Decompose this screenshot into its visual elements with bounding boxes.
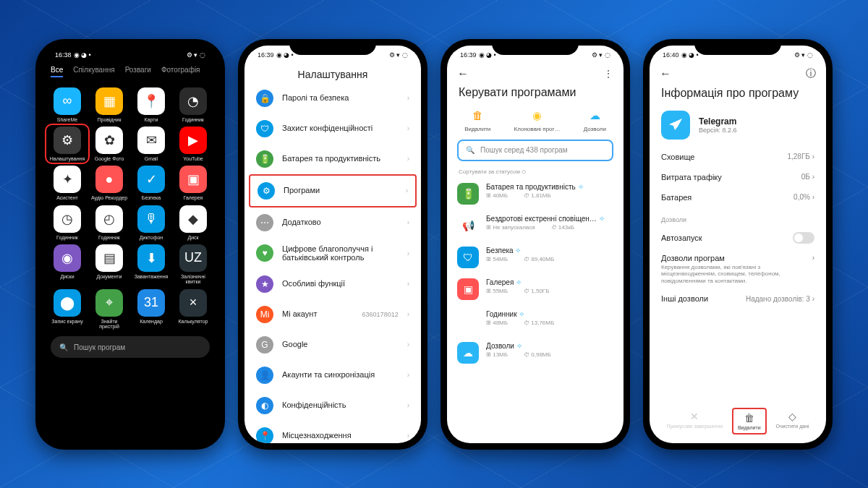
app-галерея[interactable]: ▣Галерея (174, 166, 213, 200)
settings-row[interactable]: ⋯Додатково› (249, 207, 417, 238)
settings-row[interactable]: 🔋Батарея та продуктивність› (249, 144, 417, 174)
bottom-button: ✕Примусове завершення (662, 408, 727, 435)
tab-entertainment[interactable]: Розваги (125, 66, 151, 77)
app-row[interactable]: ☁Дозволи ✧⊞ 13МБ⏱ 0,98МБ (457, 337, 613, 369)
stat-row[interactable]: Батарея0,0% › (650, 187, 826, 207)
app-row[interactable]: 🛡Безпека ✧⊞ 54МБ⏱ 89,40МБ (457, 241, 613, 273)
page-title: Налаштування (244, 63, 421, 83)
bottom-button[interactable]: 🗑Видалити (732, 408, 767, 435)
settings-row[interactable]: 📍Місцезнаходження› (249, 421, 417, 443)
action-Дозволи[interactable]: ☁Дозволи (584, 108, 606, 132)
settings-row[interactable]: ⚙Програми› (249, 174, 417, 207)
app-годинник[interactable]: ◷Годинник (48, 205, 87, 240)
app-залізничні квитки[interactable]: UZЗалізничні квитки (174, 244, 213, 285)
app-google фото[interactable]: ✿Google Фото (90, 127, 129, 161)
app-калькулятор[interactable]: ×Калькулятор (174, 289, 213, 330)
sort-dropdown[interactable]: Сортувати за статусом ◇ (447, 167, 624, 178)
app-permissions-row[interactable]: Дозволи програм Керування дозволами, які… (650, 249, 826, 289)
tab-photo[interactable]: Фотографія (161, 66, 200, 77)
stat-row[interactable]: Сховище1,28ГБ › (650, 147, 826, 167)
page-title: Керувати програмами (447, 85, 624, 105)
search-icon: 🔍 (59, 343, 68, 351)
phone-1-app-drawer: 16:38◉ ◕ • ⚙ ▾ ◌ Все Спілкування Розваги… (35, 39, 225, 450)
app-row[interactable]: 🔋Батарея та продуктивність ✧⊞ 40МБ⏱ 1,81… (457, 178, 613, 210)
category-tabs[interactable]: Все Спілкування Розваги Фотографія (42, 63, 218, 80)
menu-dots[interactable]: ⋮ (603, 68, 613, 80)
autostart-row[interactable]: Автозапуск (650, 226, 826, 249)
settings-row[interactable]: ★Особливі функції› (249, 269, 417, 299)
other-permissions-row[interactable]: Інші дозволи Надано дозволів: 3 › (650, 288, 826, 309)
bottom-button[interactable]: ◇Очистити дані (771, 408, 813, 435)
app-youtube[interactable]: ▶YouTube (174, 127, 213, 161)
app-карти[interactable]: 📍Карти (132, 87, 171, 122)
app-shareme[interactable]: ∞ShareMe (48, 87, 87, 122)
settings-row[interactable]: 👤Акаунти та синхронізація› (249, 360, 417, 390)
tab-all[interactable]: Все (51, 66, 63, 77)
app-безпека[interactable]: ✓Безпека (132, 166, 171, 200)
app-знайти пристрій[interactable]: ⌖Знайти пристрій (90, 289, 129, 330)
app-документи[interactable]: ▤Документи (90, 244, 129, 285)
app-gmail[interactable]: ✉Gmail (132, 127, 171, 161)
search-input[interactable]: 🔍 Пошук програм (51, 336, 210, 358)
app-диск[interactable]: ◆Диск (174, 205, 213, 240)
settings-row[interactable]: 🛡Захист конфіденційності› (249, 114, 417, 144)
phone-3-manage-apps: 16:39◉ ◕ • ⚙ ▾ ◌ ← ⋮ Керувати програмами… (441, 39, 630, 450)
back-button[interactable]: ← (457, 67, 469, 80)
app-row[interactable]: ◷Годинник ✧⊞ 48МБ⏱ 13,76МБ (457, 305, 613, 337)
app-header: Telegram Версія: 8.2.6 (650, 108, 826, 147)
info-icon[interactable]: ⓘ (806, 67, 816, 80)
telegram-icon (661, 111, 690, 140)
app-name: Telegram (699, 116, 736, 127)
permissions-section: Дозволи (650, 207, 826, 226)
chevron-right-icon: › (812, 254, 814, 262)
app-календар[interactable]: 31Календар (132, 289, 171, 330)
tab-communication[interactable]: Спілкування (73, 66, 114, 77)
action-Клоновані прог…[interactable]: ◉Клоновані прог… (514, 108, 561, 132)
page-title: Інформація про програму (650, 85, 826, 108)
app-version: Версія: 8.2.6 (699, 127, 736, 134)
settings-row[interactable]: GGoogle› (249, 330, 417, 360)
settings-row[interactable]: MiМі акаунт6360178012› (249, 299, 417, 330)
app-асистент[interactable]: ✦Асистент (48, 166, 87, 200)
settings-row[interactable]: ◐Конфіденційність› (249, 390, 417, 421)
app-аудіо рекордер[interactable]: ●Аудіо Рекордер (90, 166, 129, 200)
autostart-toggle[interactable] (793, 232, 814, 244)
search-input[interactable]: 🔍 Пошук серед 438 програм (457, 140, 613, 161)
app-годинник[interactable]: ◴Годинник (90, 205, 129, 240)
app-row[interactable]: 📢Бездротові екстренні сповіщен… ✧⊞ Не за… (457, 210, 613, 241)
app-row[interactable]: ▣Галерея ✧⊞ 55МБ⏱ 1,50ГБ (457, 273, 613, 305)
app-диктофон[interactable]: 🎙Диктофон (132, 205, 171, 240)
app-запис екрану[interactable]: ⬤Запис екрану (48, 289, 87, 330)
stat-row[interactable]: Витрата трафіку0Б › (650, 167, 826, 187)
action-Видалити[interactable]: 🗑Видалити (464, 108, 490, 132)
phone-2-settings: 16:39◉ ◕ • ⚙ ▾ ◌ Налаштування 🔒Паролі та… (238, 39, 427, 450)
app-годинник[interactable]: ◔Годинник (174, 87, 213, 122)
back-button[interactable]: ← (660, 67, 671, 80)
app-завантаження[interactable]: ⬇Завантаження (132, 244, 171, 285)
settings-row[interactable]: ♥Цифрове благополуччя і батьківський кон… (249, 238, 417, 269)
phone-4-app-info: 16:40◉ ◕ • ⚙ ▾ ◌ ← ⓘ Інформація про прог… (643, 39, 833, 450)
app-диски[interactable]: ◉Диски (48, 244, 87, 285)
app-налаштування[interactable]: ⚙Налаштування (45, 124, 90, 164)
settings-row[interactable]: 🔒Паролі та безпека› (249, 83, 417, 114)
search-icon: 🔍 (466, 146, 475, 154)
app-провідник[interactable]: ▦Провідник (90, 87, 129, 122)
